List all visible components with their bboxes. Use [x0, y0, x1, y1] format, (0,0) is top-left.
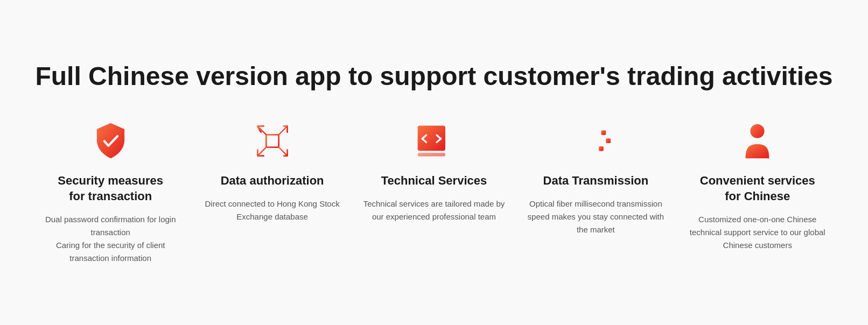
svg-rect-0 — [266, 135, 278, 147]
svg-line-3 — [278, 126, 287, 135]
icon-container-transmission — [574, 119, 617, 162]
feature-transmission: Data Transmission Optical fiber millisec… — [517, 119, 674, 236]
icon-container-technical — [412, 119, 456, 162]
feature-desc-transmission: Optical fiber millisecond transmission s… — [523, 197, 668, 236]
feature-convenient: Convenient servicesfor Chinese Customize… — [680, 119, 836, 251]
page-title: Full Chinese version app to support cust… — [32, 60, 836, 93]
feature-title-transmission: Data Transmission — [543, 173, 649, 189]
code-technical-icon — [415, 124, 453, 159]
person-chinese-icon — [743, 122, 772, 160]
svg-line-4 — [257, 147, 266, 156]
feature-desc-technical: Technical services are tailored made by … — [361, 197, 507, 223]
shield-checkmark-icon — [93, 122, 128, 160]
feature-desc-convenient: Customized one-on-one Chinese technical … — [685, 213, 830, 252]
icon-container-data-auth — [251, 119, 294, 162]
feature-title-technical: Technical Services — [381, 173, 487, 189]
svg-rect-11 — [606, 139, 611, 144]
feature-title-data-auth: Data authorization — [221, 173, 324, 189]
icon-container-security — [89, 119, 132, 162]
svg-line-5 — [278, 147, 287, 156]
svg-rect-13 — [599, 146, 604, 151]
svg-point-15 — [751, 124, 765, 138]
feature-desc-data-auth: Direct connected to Hong Kong Stock Exch… — [200, 197, 345, 223]
feature-desc-security: Dual password confirmation for login tra… — [38, 213, 183, 265]
data-authorization-icon — [254, 122, 291, 160]
icon-container-convenient — [736, 119, 779, 162]
feature-title-convenient: Convenient servicesfor Chinese — [700, 173, 815, 204]
feature-data-auth: Data authorization Direct connected to H… — [194, 119, 351, 223]
feature-title-security: Security measuresfor transaction — [58, 173, 163, 204]
feature-security: Security measuresfor transaction Dual pa… — [32, 119, 188, 264]
feature-technical: Technical Services Technical services ar… — [356, 119, 512, 223]
svg-line-2 — [257, 126, 266, 135]
page-container: Full Chinese version app to support cust… — [0, 39, 868, 286]
svg-rect-7 — [418, 153, 445, 157]
features-row: Security measuresfor transaction Dual pa… — [32, 119, 836, 264]
data-transmission-icon — [577, 125, 614, 157]
